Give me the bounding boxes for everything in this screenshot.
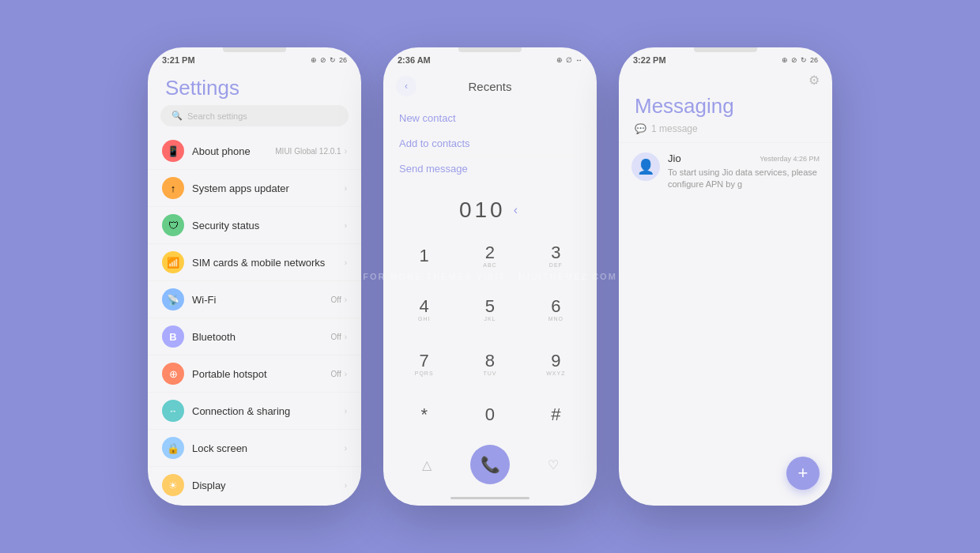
- status-bar-3: 3:22 PM ⊕ ⊘ ↻ 26: [619, 47, 832, 70]
- dial-key-5[interactable]: 5JKL: [457, 283, 522, 337]
- new-contact-link[interactable]: New contact: [399, 106, 581, 131]
- chevron-icon: ›: [345, 147, 347, 156]
- system-label: System apps updater: [192, 182, 345, 194]
- dialer-grid: 1 2ABC 3DEF 4GHI 5JKL 6MNO 7PQRS 8TUV 9W…: [383, 229, 597, 438]
- status-icons-1: ⊕ ⊘ ↻ 26: [311, 56, 347, 64]
- dial-key-7[interactable]: 7PQRS: [391, 337, 457, 391]
- hotspot-icon: ⊕: [162, 363, 184, 385]
- message-time: Yesterday 4:26 PM: [760, 155, 820, 163]
- display-label: Display: [192, 480, 345, 491]
- settings-title: Settings: [148, 70, 361, 105]
- status-time-1: 3:21 PM: [162, 55, 195, 65]
- sim-icon: 📶: [162, 251, 184, 273]
- phone-messaging: 3:22 PM ⊕ ⊘ ↻ 26 ⚙ Messaging 💬 1 message…: [619, 47, 832, 506]
- settings-list: 📱 About phone MIUI Global 12.0.1 › ↑ Sys…: [148, 133, 361, 503]
- dial-key-2[interactable]: 2ABC: [457, 229, 522, 283]
- wifi-sub: Off: [331, 295, 341, 304]
- dial-key-star[interactable]: *: [391, 391, 457, 438]
- add-contact-link[interactable]: Add to contacts: [399, 131, 581, 156]
- chevron-icon: ›: [345, 221, 347, 230]
- send-message-link[interactable]: Send message: [399, 156, 581, 182]
- about-icon: 📱: [162, 140, 184, 162]
- message-top: Jio Yesterday 4:26 PM: [668, 152, 820, 164]
- dialer-actions: △ 📞 ♡: [383, 438, 597, 494]
- status-time-2: 2:36 AM: [398, 55, 431, 65]
- call-button[interactable]: 📞: [470, 445, 510, 484]
- settings-item-hotspot[interactable]: ⊕ Portable hotspot Off ›: [148, 356, 361, 393]
- settings-item-lockscreen[interactable]: 🔒 Lock screen ›: [148, 430, 361, 467]
- settings-item-system[interactable]: ↑ System apps updater ›: [148, 170, 361, 207]
- settings-item-bluetooth[interactable]: B Bluetooth Off ›: [148, 318, 361, 356]
- hotspot-sub: Off: [331, 370, 341, 378]
- dial-key-8[interactable]: 8TUV: [457, 337, 522, 391]
- settings-item-about[interactable]: 📱 About phone MIUI Global 12.0.1 ›: [148, 133, 361, 170]
- search-placeholder: Search settings: [187, 111, 247, 121]
- dial-key-6[interactable]: 6MNO: [523, 283, 589, 337]
- messaging-title: Messaging: [619, 91, 832, 122]
- settings-content: Settings 🔍 Search settings 📱 About phone…: [148, 70, 361, 506]
- chevron-icon: ›: [345, 333, 347, 341]
- system-icon: ↑: [162, 177, 184, 199]
- chevron-icon: ›: [345, 444, 347, 453]
- wifi-icon: 📡: [162, 288, 184, 310]
- message-count-text: 1 message: [651, 123, 698, 134]
- hotspot-label: Portable hotspot: [192, 368, 331, 380]
- chevron-icon: ›: [345, 184, 347, 193]
- dialer-content: ‹ Recents New contact Add to contacts Se…: [383, 70, 597, 506]
- avatar-icon: 👤: [637, 158, 654, 175]
- dial-key-3[interactable]: 3DEF: [523, 229, 589, 283]
- settings-search[interactable]: 🔍 Search settings: [160, 105, 349, 126]
- settings-item-security[interactable]: 🛡 Security status ›: [148, 207, 361, 244]
- bluetooth-label: Bluetooth: [192, 331, 331, 343]
- chevron-icon: ›: [345, 407, 347, 416]
- message-item-jio[interactable]: 👤 Jio Yesterday 4:26 PM To start using J…: [619, 142, 832, 201]
- settings-item-wifi[interactable]: 📡 Wi-Fi Off ›: [148, 281, 361, 318]
- dial-key-1[interactable]: 1: [391, 229, 457, 283]
- back-button[interactable]: ‹: [396, 76, 416, 96]
- status-icons-2: ⊕ ∅ ↔: [556, 56, 582, 64]
- phone-settings: 3:21 PM ⊕ ⊘ ↻ 26 Settings 🔍 Search setti…: [148, 47, 361, 506]
- status-bar-2: 2:36 AM ⊕ ∅ ↔: [383, 47, 597, 70]
- wifi-label: Wi-Fi: [192, 294, 331, 306]
- recents-title: Recents: [468, 80, 511, 93]
- bluetooth-icon: B: [162, 325, 184, 348]
- bluetooth-sub: Off: [331, 333, 341, 341]
- connection-icon: ↔: [162, 400, 184, 422]
- favorites-button[interactable]: ♡: [541, 453, 565, 476]
- settings-item-display[interactable]: ☀ Display ›: [148, 467, 361, 503]
- message-sender: Jio: [668, 152, 681, 164]
- settings-item-connection[interactable]: ↔ Connection & sharing ›: [148, 393, 361, 430]
- about-sub: MIUI Global 12.0.1: [275, 147, 341, 156]
- dialer-number: 010: [459, 198, 506, 223]
- recents-links: New contact Add to contacts Send message: [383, 103, 597, 185]
- security-icon: 🛡: [162, 214, 184, 236]
- lockscreen-label: Lock screen: [192, 442, 345, 454]
- dial-key-9[interactable]: 9WXYZ: [523, 337, 589, 391]
- status-time-3: 3:22 PM: [633, 55, 666, 65]
- compose-button[interactable]: +: [786, 457, 820, 490]
- lockscreen-icon: 🔒: [162, 437, 184, 459]
- messaging-content: ⚙ Messaging 💬 1 message 👤 Jio Yesterday …: [619, 70, 832, 506]
- chevron-icon: ›: [345, 295, 347, 304]
- backspace-button[interactable]: ‹: [514, 203, 521, 217]
- dialer-display: 010 ‹: [383, 185, 597, 229]
- chevron-icon: ›: [345, 481, 347, 490]
- phone-dialer: 2:36 AM ⊕ ∅ ↔ ‹ Recents New contact Add …: [383, 47, 597, 506]
- message-count: 💬 1 message: [619, 122, 832, 142]
- sim-label: SIM cards & mobile networks: [192, 257, 345, 269]
- gear-icon[interactable]: ⚙: [808, 73, 820, 88]
- dial-key-hash[interactable]: #: [523, 391, 589, 438]
- status-bar-1: 3:21 PM ⊕ ⊘ ↻ 26: [148, 47, 361, 70]
- status-icons-3: ⊕ ⊘ ↻ 26: [782, 56, 818, 64]
- about-label: About phone: [192, 145, 275, 157]
- dial-key-0[interactable]: 0: [457, 391, 522, 438]
- message-preview: To start using Jio data services, please…: [668, 167, 820, 191]
- message-icon: 💬: [635, 123, 646, 134]
- message-content: Jio Yesterday 4:26 PM To start using Jio…: [668, 152, 820, 191]
- dial-key-4[interactable]: 4GHI: [391, 283, 457, 337]
- contacts-button[interactable]: △: [415, 453, 439, 476]
- chevron-icon: ›: [345, 370, 347, 378]
- avatar: 👤: [631, 152, 660, 181]
- recents-header: ‹ Recents: [383, 70, 597, 103]
- settings-item-sim[interactable]: 📶 SIM cards & mobile networks ›: [148, 244, 361, 281]
